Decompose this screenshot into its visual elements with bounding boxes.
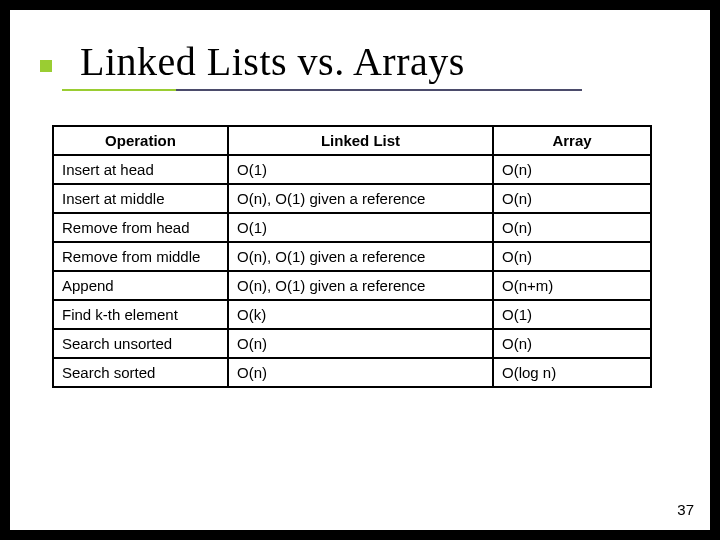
cell-array: O(n): [493, 184, 651, 213]
table-row: Remove from head O(1) O(n): [53, 213, 651, 242]
cell-linked-list: O(n), O(1) given a reference: [228, 184, 493, 213]
cell-array: O(n): [493, 329, 651, 358]
cell-linked-list: O(k): [228, 300, 493, 329]
title-block: Linked Lists vs. Arrays: [52, 38, 680, 91]
cell-linked-list: O(n), O(1) given a reference: [228, 242, 493, 271]
table-row: Insert at middle O(n), O(1) given a refe…: [53, 184, 651, 213]
slide: Linked Lists vs. Arrays Operation Linked…: [10, 10, 710, 530]
page-number: 37: [677, 501, 694, 518]
cell-array: O(n+m): [493, 271, 651, 300]
table-body: Insert at head O(1) O(n) Insert at middl…: [53, 155, 651, 387]
table-row: Insert at head O(1) O(n): [53, 155, 651, 184]
cell-operation: Insert at head: [53, 155, 228, 184]
cell-linked-list: O(1): [228, 155, 493, 184]
cell-linked-list: O(1): [228, 213, 493, 242]
table-row: Search unsorted O(n) O(n): [53, 329, 651, 358]
col-header-operation: Operation: [53, 126, 228, 155]
cell-operation: Insert at middle: [53, 184, 228, 213]
table-header-row: Operation Linked List Array: [53, 126, 651, 155]
cell-array: O(n): [493, 155, 651, 184]
table-row: Find k-th element O(k) O(1): [53, 300, 651, 329]
table-row: Remove from middle O(n), O(1) given a re…: [53, 242, 651, 271]
cell-array: O(log n): [493, 358, 651, 387]
cell-operation: Remove from head: [53, 213, 228, 242]
cell-linked-list: O(n): [228, 329, 493, 358]
cell-array: O(n): [493, 242, 651, 271]
table-row: Search sorted O(n) O(log n): [53, 358, 651, 387]
cell-operation: Find k-th element: [53, 300, 228, 329]
cell-operation: Search unsorted: [53, 329, 228, 358]
col-header-linked-list: Linked List: [228, 126, 493, 155]
col-header-array: Array: [493, 126, 651, 155]
table-row: Append O(n), O(1) given a reference O(n+…: [53, 271, 651, 300]
slide-title: Linked Lists vs. Arrays: [80, 38, 680, 85]
cell-array: O(n): [493, 213, 651, 242]
cell-operation: Search sorted: [53, 358, 228, 387]
cell-linked-list: O(n): [228, 358, 493, 387]
cell-operation: Remove from middle: [53, 242, 228, 271]
cell-operation: Append: [53, 271, 228, 300]
title-underline: [62, 89, 582, 91]
title-bullet-icon: [40, 60, 52, 72]
comparison-table: Operation Linked List Array Insert at he…: [52, 125, 652, 388]
cell-linked-list: O(n), O(1) given a reference: [228, 271, 493, 300]
cell-array: O(1): [493, 300, 651, 329]
